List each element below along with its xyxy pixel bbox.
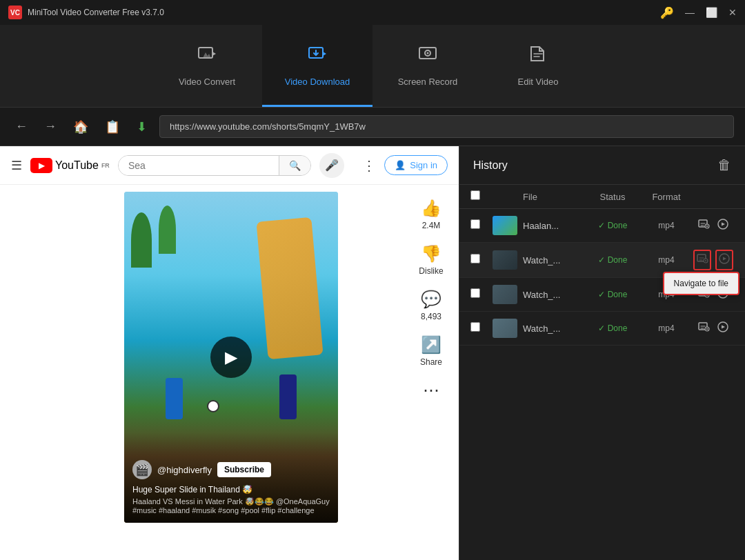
video-channel: 🎬 @highdiverfly Subscribe	[132, 460, 330, 479]
comment-icon: 💬	[421, 290, 441, 309]
clipboard-button[interactable]: 📋	[101, 117, 124, 137]
item-2-thumbnail	[493, 250, 517, 270]
file-column-header: File	[523, 192, 579, 202]
play-button-large[interactable]: ▶	[210, 337, 252, 378]
youtube-signin-label: Sign in	[410, 160, 437, 170]
item-3-status-check: ✓	[598, 290, 605, 299]
tab-video-download[interactable]: Video Download	[262, 25, 372, 107]
item-2-status-label: Done	[608, 255, 628, 265]
item-1-check[interactable]	[470, 219, 487, 232]
item-1-navigate-button[interactable]	[696, 217, 711, 234]
item-2-checkbox[interactable]	[470, 254, 480, 263]
youtube-header-right: ⋮ 👤 Sign in	[362, 155, 448, 175]
select-all-checkbox[interactable]	[470, 190, 480, 200]
dislike-label: Dislike	[419, 266, 443, 276]
main-area: ☰ YouTubeFR 🔍 🎤 ⋮ 👤 Sign in	[0, 146, 745, 560]
home-button[interactable]: 🏠	[69, 117, 92, 137]
item-4-filename: Watch_...	[523, 323, 579, 334]
app-title: MiniTool Video Converter Free v3.7.0	[28, 8, 164, 17]
channel-avatar: 🎬	[132, 460, 152, 479]
item-4-navigate-button[interactable]	[696, 319, 711, 337]
history-item-1: Haalan... ✓ Done mp4	[459, 209, 745, 243]
item-1-format: mp4	[646, 221, 687, 230]
video-tags: Haaland VS Messi in Water Park 🤯😂😂 @OneA…	[132, 497, 330, 514]
item-3-checkbox[interactable]	[470, 288, 480, 298]
more-icon: ⋯	[423, 381, 439, 400]
tab-screen-record[interactable]: Screen Record	[372, 25, 483, 107]
url-bar[interactable]	[159, 115, 734, 138]
youtube-menu-icon[interactable]: ☰	[11, 158, 22, 173]
item-2-actions	[693, 250, 734, 270]
download-button[interactable]: ⬇	[132, 117, 151, 137]
item-2-format: mp4	[646, 255, 687, 265]
item-2-status: ✓ Done	[585, 255, 640, 265]
item-2-thumb-img	[493, 250, 517, 270]
like-icon: 👍	[421, 199, 441, 218]
youtube-content: ▶ 🎬 @highdiverfly Subscribe Huge Super S…	[0, 185, 459, 560]
status-column-header: Status	[585, 192, 640, 202]
youtube-logo: YouTubeFR	[30, 158, 110, 173]
youtube-header: ☰ YouTubeFR 🔍 🎤 ⋮ 👤 Sign in	[0, 146, 459, 185]
item-2-play-button[interactable]	[715, 250, 733, 270]
item-3-thumbnail	[493, 285, 517, 304]
item-2-check[interactable]	[470, 254, 487, 266]
item-4-checkbox[interactable]	[470, 322, 480, 332]
maximize-button[interactable]: ⬜	[706, 7, 717, 18]
item-4-status-check: ✓	[598, 323, 605, 333]
screen-record-icon	[417, 43, 439, 70]
history-item-2: Watch_... ✓ Done mp4	[459, 243, 745, 278]
comment-action[interactable]: 💬 8,493	[421, 290, 441, 321]
minimize-button[interactable]: —	[685, 7, 695, 18]
tab-edit-video[interactable]: Edit Video	[483, 25, 593, 107]
back-button[interactable]: ←	[11, 117, 32, 137]
edit-video-icon	[527, 43, 549, 70]
youtube-signin-icon: 👤	[395, 160, 406, 170]
dislike-action[interactable]: 👎 Dislike	[419, 244, 443, 276]
youtube-logo-sup: FR	[101, 162, 110, 169]
like-action[interactable]: 👍 2.4M	[421, 199, 441, 230]
youtube-logo-text: YouTube	[55, 159, 99, 172]
youtube-search-input[interactable]	[119, 156, 279, 175]
close-button[interactable]: ✕	[728, 7, 737, 18]
share-action[interactable]: ↗️ Share	[420, 335, 442, 367]
item-3-status-label: Done	[608, 290, 628, 299]
share-label: Share	[420, 357, 442, 367]
item-1-status: ✓ Done	[585, 221, 640, 230]
tab-video-convert-label: Video Convert	[179, 77, 235, 87]
history-item-4: Watch_... ✓ Done mp4	[459, 312, 745, 346]
video-thumbnail[interactable]: ▶ 🎬 @highdiverfly Subscribe Huge Super S…	[124, 192, 338, 523]
youtube-mic-button[interactable]: 🎤	[319, 153, 344, 178]
select-all-check[interactable]	[470, 190, 487, 203]
tab-video-convert[interactable]: Video Convert	[152, 25, 262, 107]
comment-count: 8,493	[421, 312, 441, 321]
like-count: 2.4M	[422, 221, 441, 230]
item-4-play-button[interactable]	[715, 319, 731, 337]
video-info-overlay: 🎬 @highdiverfly Subscribe Huge Super Sli…	[124, 432, 338, 523]
item-1-checkbox[interactable]	[470, 219, 480, 229]
youtube-search-button[interactable]: 🔍	[279, 156, 310, 175]
item-1-actions	[693, 217, 734, 234]
video-title: Huge Super Slide in Thailand 🤯	[132, 485, 330, 494]
youtube-signin-button[interactable]: 👤 Sign in	[384, 155, 448, 175]
navigate-to-file-tooltip: Navigate to file	[663, 272, 739, 295]
title-bar-right: 🔑 — ⬜ ✕	[660, 6, 737, 19]
forward-button[interactable]: →	[40, 117, 61, 137]
item-1-thumb-img	[493, 216, 517, 235]
item-4-check[interactable]	[470, 322, 487, 334]
item-1-play-button[interactable]	[715, 217, 731, 234]
item-3-check[interactable]	[470, 288, 487, 301]
item-2-navigate-button[interactable]	[693, 250, 711, 270]
subscribe-button[interactable]: Subscribe	[217, 462, 271, 477]
youtube-video-area: ▶ 🎬 @highdiverfly Subscribe Huge Super S…	[0, 185, 404, 560]
delete-all-button[interactable]: 🗑	[717, 157, 731, 173]
history-header: History 🗑	[459, 146, 745, 185]
item-4-status: ✓ Done	[585, 323, 640, 333]
tab-video-download-label: Video Download	[285, 77, 350, 87]
dislike-icon: 👎	[421, 244, 441, 263]
item-1-status-check: ✓	[598, 221, 605, 230]
video-download-icon	[306, 43, 328, 70]
more-action[interactable]: ⋯	[423, 381, 439, 400]
youtube-more-options-icon[interactable]: ⋮	[362, 157, 376, 174]
title-bar-left: VC MiniTool Video Converter Free v3.7.0	[8, 6, 164, 19]
item-2-filename: Watch_...	[523, 255, 579, 266]
